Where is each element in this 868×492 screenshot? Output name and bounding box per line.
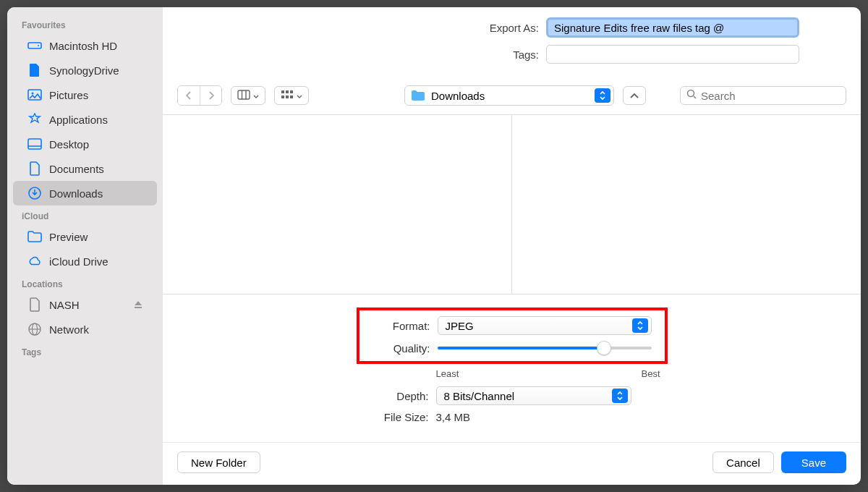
svg-rect-10	[238, 90, 250, 99]
section-icloud: iCloud	[7, 205, 163, 224]
sidebar-item-preview[interactable]: Preview	[13, 224, 157, 249]
picture-icon	[27, 88, 42, 102]
folder-icon	[27, 229, 42, 244]
group-view-button[interactable]	[274, 86, 309, 105]
sidebar-item-downloads[interactable]: Downloads	[13, 181, 157, 205]
section-locations: Locations	[7, 273, 163, 292]
svg-rect-15	[290, 90, 293, 93]
cloud-icon	[27, 254, 42, 268]
svg-rect-17	[286, 96, 289, 98]
footer: New Folder Cancel Save	[163, 442, 861, 485]
sidebar-item-pictures[interactable]: Pictures	[13, 82, 157, 107]
format-select[interactable]: JPEG	[438, 316, 652, 335]
tags-label: Tags:	[163, 48, 539, 61]
nav-buttons	[177, 85, 222, 106]
collapse-button[interactable]	[623, 86, 646, 105]
sidebar-label: iCloud Drive	[49, 255, 109, 268]
doc-outline-icon	[27, 297, 42, 312]
app-icon	[27, 112, 42, 127]
format-label: Format:	[365, 320, 430, 332]
chevron-down-icon	[297, 90, 302, 101]
updown-icon	[595, 88, 610, 103]
columns-view-button[interactable]	[231, 86, 265, 105]
desktop-icon	[27, 137, 42, 151]
sidebar-label: Desktop	[49, 138, 89, 150]
toolbar: Downloads	[163, 80, 861, 115]
doc-icon	[27, 63, 42, 77]
sidebar-item-icloud-drive[interactable]: iCloud Drive	[13, 249, 157, 273]
svg-rect-16	[281, 96, 284, 98]
sidebar-label: SynologyDrive	[49, 64, 119, 77]
svg-point-1	[38, 45, 39, 46]
sidebar-item-nash[interactable]: NASH	[13, 292, 157, 317]
sidebar-item-macintosh-hd[interactable]: Macintosh HD	[13, 33, 157, 58]
export-options: Format: JPEG Quality: Least Best	[163, 294, 861, 442]
cancel-button[interactable]: Cancel	[712, 451, 774, 473]
sidebar-label: Preview	[49, 231, 88, 243]
grid-icon	[281, 90, 294, 102]
highlight-box: Format: JPEG Quality:	[357, 308, 668, 364]
location-text: Downloads	[431, 90, 589, 102]
sidebar-label: Pictures	[49, 89, 88, 101]
download-icon	[27, 186, 42, 200]
export-dialog: Favourites Macintosh HD SynologyDrive Pi…	[7, 7, 861, 485]
svg-rect-13	[281, 90, 284, 93]
chevron-up-icon	[630, 90, 639, 101]
back-button[interactable]	[178, 86, 200, 105]
browser-column-1[interactable]	[163, 115, 512, 294]
quality-best-label: Best	[641, 368, 660, 379]
sidebar-label: Documents	[49, 163, 104, 175]
section-favourites: Favourites	[7, 14, 163, 33]
format-value: JPEG	[446, 320, 632, 332]
filesize-value: 3,4 MB	[436, 411, 471, 423]
quality-label: Quality:	[365, 342, 430, 355]
svg-rect-14	[286, 90, 289, 93]
quality-least-label: Least	[436, 368, 459, 379]
filename-input[interactable]	[546, 17, 799, 38]
updown-icon	[632, 318, 648, 333]
sidebar-item-network[interactable]: Network	[13, 317, 157, 342]
search-box[interactable]	[680, 86, 846, 105]
forward-button[interactable]	[200, 86, 221, 105]
filesize-label: File Size:	[364, 411, 429, 423]
sidebar-label: Downloads	[49, 187, 103, 200]
sidebar: Favourites Macintosh HD SynologyDrive Pi…	[7, 7, 163, 485]
export-as-label: Export As:	[163, 22, 539, 34]
svg-rect-4	[28, 139, 41, 149]
doc-outline-icon	[27, 161, 42, 176]
eject-icon[interactable]	[134, 299, 142, 311]
columns-icon	[237, 90, 250, 102]
location-select[interactable]: Downloads	[404, 85, 614, 106]
tags-input[interactable]	[546, 45, 799, 64]
svg-point-19	[688, 90, 694, 97]
sidebar-label: Macintosh HD	[49, 40, 117, 52]
updown-icon	[612, 389, 628, 403]
globe-icon	[27, 322, 42, 336]
svg-rect-18	[290, 96, 293, 98]
depth-select[interactable]: 8 Bits/Channel	[436, 386, 631, 405]
new-folder-button[interactable]: New Folder	[177, 451, 260, 473]
quality-slider[interactable]	[438, 341, 652, 355]
sidebar-item-synologydrive[interactable]: SynologyDrive	[13, 58, 157, 82]
hdd-icon	[27, 38, 42, 53]
section-tags: Tags	[7, 342, 163, 360]
search-icon	[686, 89, 697, 102]
browser-column-2[interactable]	[512, 115, 861, 294]
sidebar-item-desktop[interactable]: Desktop	[13, 132, 157, 156]
search-input[interactable]	[701, 90, 840, 102]
svg-point-3	[32, 93, 34, 95]
sidebar-label: Network	[49, 323, 89, 336]
chevron-down-icon	[253, 90, 259, 101]
file-browser	[163, 115, 861, 294]
main-panel: Export As: Tags: Downl	[163, 7, 861, 485]
top-fields: Export As: Tags:	[163, 7, 861, 80]
folder-icon	[411, 90, 425, 101]
depth-value: 8 Bits/Channel	[444, 390, 612, 402]
sidebar-label: Applications	[49, 114, 108, 126]
sidebar-item-applications[interactable]: Applications	[13, 107, 157, 132]
sidebar-item-documents[interactable]: Documents	[13, 156, 157, 181]
svg-line-20	[694, 96, 696, 98]
save-button[interactable]: Save	[781, 451, 846, 473]
slider-thumb[interactable]	[597, 341, 611, 355]
svg-rect-0	[28, 43, 41, 48]
